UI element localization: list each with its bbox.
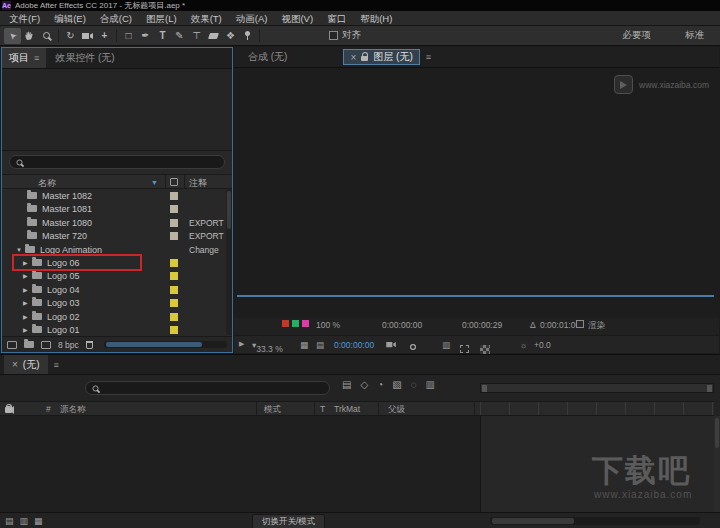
project-item[interactable]: ▶ Logo 02 <box>2 310 225 323</box>
project-item[interactable]: Master 1081 <box>2 202 225 215</box>
twirl-closed-icon[interactable]: ▶ <box>23 272 32 279</box>
label-color-chip[interactable] <box>170 259 178 267</box>
new-composition-icon[interactable] <box>41 341 51 349</box>
project-item[interactable]: ▶ Logo 01 <box>2 323 225 335</box>
project-horizontal-scrollbar[interactable] <box>104 341 227 348</box>
graph-editor-icon[interactable]: ▥ <box>426 379 435 390</box>
label-color-chip[interactable] <box>170 326 178 334</box>
frame-blending-icon[interactable]: ▧ <box>392 379 401 390</box>
label-color-chip[interactable] <box>170 299 178 307</box>
project-search-input[interactable] <box>28 157 218 167</box>
exposure-icon[interactable]: ☼ <box>520 340 528 350</box>
tab-timeline[interactable]: × (无) <box>4 355 48 374</box>
tab-layer[interactable]: × 图层 (无) <box>343 49 419 65</box>
interpret-footage-icon[interactable] <box>7 341 17 349</box>
twirl-closed-icon[interactable]: ▶ <box>23 313 32 320</box>
toggle-switches-modes-button[interactable]: 切换开关/模式 <box>252 514 325 528</box>
mask-visibility-icon[interactable]: ▤ <box>316 340 324 350</box>
always-preview-icon[interactable]: ▶ <box>239 340 244 348</box>
close-tab-icon[interactable]: × <box>12 359 18 370</box>
new-folder-icon[interactable] <box>24 341 34 348</box>
column-divider[interactable] <box>256 402 257 415</box>
current-time-display[interactable]: 0:00:00:00 <box>334 340 374 350</box>
twirl-closed-icon[interactable]: ▶ <box>23 326 32 333</box>
resolution-icon[interactable]: ▥ <box>442 340 450 350</box>
in-point-timecode[interactable]: 0:00:00:00 <box>382 320 422 330</box>
panel-menu-icon[interactable]: ≡ <box>34 53 39 63</box>
motion-blur-icon[interactable]: ◌ <box>411 379 417 390</box>
menu-view[interactable]: 视图(V) <box>274 11 320 26</box>
shape-tool[interactable]: □ <box>120 28 137 44</box>
track-area[interactable] <box>480 416 714 512</box>
timeline-vertical-scrollbar[interactable] <box>714 416 720 512</box>
exposure-value[interactable]: +0.0 <box>534 340 551 350</box>
tab-composition[interactable]: 合成 (无) <box>248 50 287 64</box>
column-source-name[interactable]: 源名称 <box>60 404 86 416</box>
timeline-overview-scrollbar[interactable] <box>480 383 714 393</box>
brush-tool[interactable]: ✎ <box>171 28 188 44</box>
label-color-chip[interactable] <box>170 219 178 227</box>
label-color-chip[interactable] <box>170 286 178 294</box>
in-out-pane-icon[interactable]: ▦ <box>34 516 43 526</box>
twirl-open-icon[interactable]: ▼ <box>16 247 25 253</box>
label-color-chip[interactable] <box>170 272 178 280</box>
twirl-closed-icon[interactable]: ▶ <box>23 299 32 306</box>
label-color-chip[interactable] <box>170 192 178 200</box>
label-color-chip[interactable] <box>170 313 178 321</box>
column-divider[interactable] <box>165 175 166 188</box>
project-item[interactable]: Master 1080 EXPORT <box>2 216 225 229</box>
zoom-tool[interactable] <box>38 28 55 44</box>
column-divider[interactable] <box>378 402 379 415</box>
align-checkbox[interactable] <box>329 31 338 40</box>
zoom-dropdown[interactable]: ▾ 33.3 % <box>252 340 256 350</box>
transfer-controls-pane-icon[interactable]: ▥ <box>20 516 29 526</box>
tab-effect-controls[interactable]: 效果控件 (无) <box>46 48 123 68</box>
menu-composition[interactable]: 合成(C) <box>93 11 139 26</box>
column-divider[interactable] <box>474 402 475 415</box>
out-point-timecode[interactable]: 0:00:00:29 <box>462 320 502 330</box>
align-toggle[interactable]: 对齐 <box>329 29 361 42</box>
menu-effect[interactable]: 效果(T) <box>184 11 229 26</box>
rotate-tool[interactable]: ↻ <box>62 28 79 44</box>
menu-file[interactable]: 文件(F) <box>2 11 47 26</box>
label-color-chip[interactable] <box>170 205 178 213</box>
hand-tool[interactable] <box>21 28 38 44</box>
project-item[interactable]: ▶ Logo 03 <box>2 296 225 309</box>
scrollbar-thumb[interactable] <box>715 418 719 448</box>
grid-guides-icon[interactable]: ▦ <box>300 340 308 350</box>
trash-icon[interactable] <box>86 341 93 349</box>
project-search-box[interactable] <box>9 155 225 169</box>
clone-stamp-tool[interactable]: ⊤ <box>188 28 205 44</box>
puppet-pin-tool[interactable] <box>239 28 256 44</box>
project-item[interactable]: ▶ Logo 04 <box>2 283 225 296</box>
column-parent[interactable]: 父级 <box>388 404 405 416</box>
composition-flowchart-icon[interactable]: ▤ <box>342 379 351 390</box>
label-color-column-icon[interactable] <box>170 178 178 186</box>
scrollbar-thumb[interactable] <box>227 191 231 229</box>
menu-window[interactable]: 窗口 <box>320 11 353 26</box>
lock-icon[interactable] <box>361 56 368 61</box>
scrollbar-thumb[interactable] <box>106 342 202 347</box>
menu-animation[interactable]: 动画(A) <box>229 11 275 26</box>
green-channel-swatch[interactable] <box>292 320 299 327</box>
draft-3d-icon[interactable]: ◇ <box>360 379 368 390</box>
project-list-vertical-scrollbar[interactable] <box>226 189 232 335</box>
project-item[interactable]: Master 1082 <box>2 189 225 202</box>
camera-tool[interactable] <box>79 28 96 44</box>
layer-viewer-canvas[interactable]: www.xiazaiba.com <box>234 68 719 318</box>
time-ruler[interactable] <box>480 401 714 416</box>
scrollbar-thumb[interactable] <box>492 518 574 524</box>
panel-menu-icon[interactable]: ≡ <box>426 52 431 62</box>
column-divider[interactable] <box>314 402 315 415</box>
lock-icon[interactable] <box>5 408 12 413</box>
pan-behind-tool[interactable]: + <box>96 28 113 44</box>
workspace-standard[interactable]: 标准 <box>685 29 704 42</box>
snapshot-icon[interactable] <box>386 340 397 350</box>
close-tab-icon[interactable]: × <box>350 52 356 63</box>
workspace-essentials[interactable]: 必要项 <box>623 29 652 42</box>
opacity-value[interactable]: 100 % <box>316 320 340 330</box>
menu-edit[interactable]: 编辑(E) <box>47 11 93 26</box>
twirl-closed-icon[interactable]: ▶ <box>23 286 32 293</box>
render-checkbox[interactable] <box>576 320 584 328</box>
column-divider[interactable] <box>184 175 185 188</box>
